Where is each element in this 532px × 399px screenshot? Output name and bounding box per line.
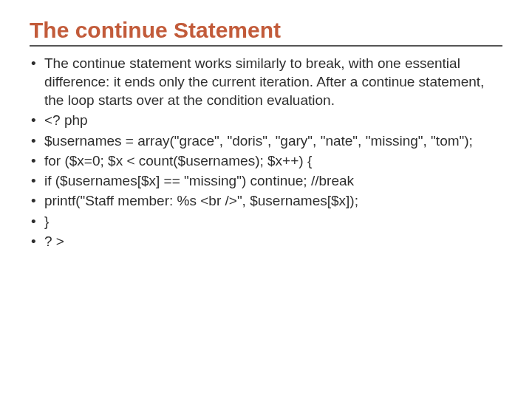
list-item: ? > — [31, 232, 502, 250]
list-item: for ($x=0; $x < count($usernames); $x++)… — [31, 151, 502, 170]
list-item: if ($usernames[$x] == "missing") continu… — [31, 171, 502, 190]
list-item: $usernames = array("grace", "doris", "ga… — [31, 132, 502, 150]
bullet-list: The continue statement works similarly t… — [30, 54, 502, 251]
list-item: printf("Staff member: %s <br />", $usern… — [31, 191, 502, 210]
title-divider: The continue Statement — [30, 18, 502, 47]
slide-title: The continue Statement — [30, 18, 502, 44]
list-item: } — [31, 212, 502, 231]
list-item: The continue statement works similarly t… — [31, 54, 502, 110]
slide: The continue Statement The continue stat… — [0, 0, 532, 399]
list-item: <? php — [31, 111, 502, 129]
